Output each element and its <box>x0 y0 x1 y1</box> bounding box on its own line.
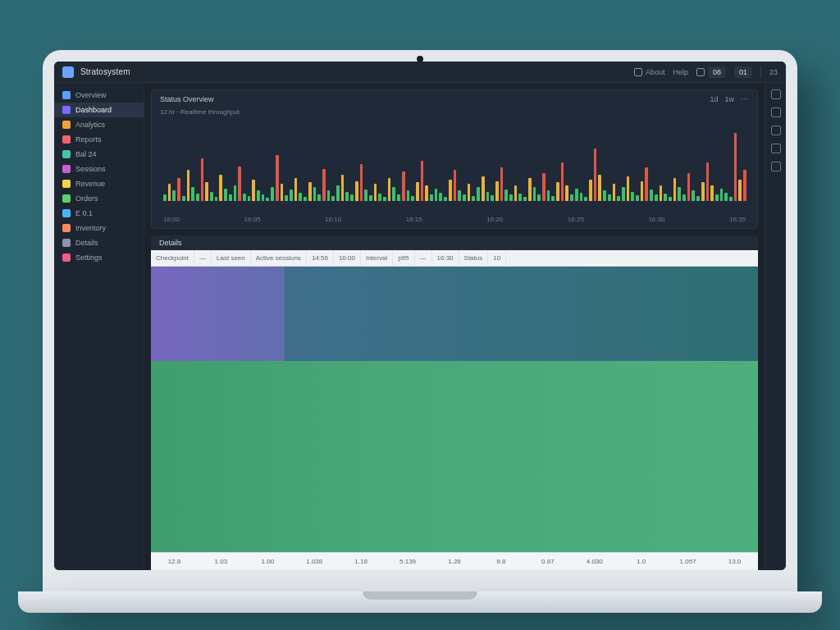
chart-x-axis: 16:0016:0516:1016:1516:2016:2516:3016:35 <box>152 216 757 228</box>
sidebar-item-icon <box>62 180 71 188</box>
laptop-base <box>18 591 822 613</box>
table-footer-cell: 5.139 <box>385 553 431 570</box>
chart-bar <box>547 190 550 201</box>
chart-bar <box>720 189 724 201</box>
rail-tool-4-icon[interactable] <box>771 144 781 153</box>
chart-bar <box>729 197 733 201</box>
titlebar: Stratosystem About Help 08 01 23 <box>54 62 786 83</box>
table-footer-cell: 1.0 <box>618 553 664 570</box>
chart-bar <box>715 194 719 201</box>
sidebar-item-orders[interactable]: Orders <box>54 191 144 206</box>
table-col-header[interactable]: 16:00 <box>334 250 361 266</box>
table-col-header[interactable]: Active sessions <box>251 250 307 266</box>
chart-bar <box>196 194 199 201</box>
chart-range-1w[interactable]: 1w <box>724 95 734 103</box>
rail-tool-3-icon[interactable] <box>771 126 781 135</box>
sidebar-item-label: Analytics <box>75 121 105 129</box>
chart-bar <box>172 190 176 201</box>
chart-bar <box>243 194 246 201</box>
chart-bar <box>327 190 331 201</box>
sidebar-item-icon <box>62 239 71 247</box>
table-col-header[interactable]: Checkpoint <box>151 250 194 266</box>
app-logo-icon <box>62 66 74 78</box>
table-col-header[interactable]: 10 <box>488 250 506 266</box>
rail-tool-5-icon[interactable] <box>771 162 781 171</box>
phone-icon <box>634 68 642 76</box>
chart-bar <box>687 173 691 201</box>
table-col-header[interactable]: — <box>194 250 212 266</box>
chart-bar <box>168 184 171 201</box>
table-col-header[interactable]: 14:58 <box>307 250 334 266</box>
chart-bar <box>514 185 518 201</box>
sidebar-item-settings[interactable]: Settings <box>54 250 144 265</box>
chart-bar <box>308 182 312 201</box>
sidebar-item-label: Bal 24 <box>75 150 97 158</box>
header-link-about[interactable]: About <box>634 68 665 76</box>
chart-bar <box>495 181 499 201</box>
chart-bar <box>486 192 490 201</box>
chart-bar <box>622 187 625 201</box>
chart-bar <box>734 133 737 201</box>
chart-bar <box>463 194 466 201</box>
chart-bar <box>294 178 298 201</box>
sidebar-item-icon <box>62 224 71 232</box>
table-col-header[interactable]: 16:30 <box>432 250 459 266</box>
chart-bar <box>575 189 578 201</box>
sidebar-item-label: Settings <box>75 253 103 262</box>
chart-bar <box>271 187 274 201</box>
x-tick: 16:20 <box>486 216 503 223</box>
sidebar-item-reports[interactable]: Reports <box>54 132 144 147</box>
chart-bar <box>187 170 190 201</box>
sidebar-item-label: Overview <box>75 91 107 99</box>
rail-tool-2-icon[interactable] <box>771 107 781 117</box>
sidebar-item-icon <box>62 106 71 114</box>
table-footer: 12.81.031.001.0381.185.1391.289.80.874.0… <box>151 552 758 570</box>
sidebar: OverviewDashboardAnalyticsReportsBal 24S… <box>54 83 144 570</box>
table-footer-cell: 0.87 <box>524 553 571 570</box>
chart-bar <box>692 190 695 201</box>
header-badge-1[interactable]: 08 <box>696 66 726 78</box>
table-col-header[interactable]: Last seen <box>212 250 251 266</box>
sidebar-item-analytics[interactable]: Analytics <box>54 117 144 132</box>
chart-bar <box>556 182 559 201</box>
chart-bar <box>313 187 317 201</box>
chart-bar <box>416 182 419 201</box>
table-body[interactable] <box>151 267 758 552</box>
chart-bar <box>533 187 536 201</box>
chart-bar <box>655 194 658 201</box>
header-link-help[interactable]: Help <box>673 68 688 76</box>
header-badge-2[interactable]: 01 <box>734 66 752 78</box>
chart-range-1d[interactable]: 1d <box>710 95 718 103</box>
chart-bar <box>645 167 648 201</box>
table-col-header[interactable]: p95 <box>393 250 414 266</box>
table-footer-cell: 1.03 <box>198 553 244 570</box>
table-col-header[interactable]: Interval <box>361 250 393 266</box>
chart-bar <box>518 194 522 201</box>
table-footer-cell: 1.28 <box>431 553 478 570</box>
rail-tool-1-icon[interactable] <box>771 89 781 99</box>
table-col-header[interactable]: — <box>415 250 432 266</box>
sidebar-item-label: Revenue <box>75 180 105 188</box>
sidebar-item-details[interactable]: Details <box>54 235 144 250</box>
sidebar-item-dashboard[interactable]: Dashboard <box>54 103 144 117</box>
chart-menu-icon[interactable]: ⋯ <box>741 95 749 103</box>
chart-bar <box>229 194 232 201</box>
sidebar-item-revenue[interactable]: Revenue <box>54 176 144 191</box>
sidebar-item-bal-24[interactable]: Bal 24 <box>54 147 144 162</box>
sidebar-item-e-0.1[interactable]: E 0.1 <box>54 206 144 221</box>
x-tick: 16:10 <box>325 216 341 223</box>
sidebar-item-inventory[interactable]: Inventory <box>54 221 144 235</box>
chart-bar <box>224 189 227 201</box>
laptop-frame: Stratosystem About Help 08 01 23 Overvie… <box>43 50 797 591</box>
chart-area[interactable] <box>152 119 757 216</box>
sidebar-item-overview[interactable]: Overview <box>54 88 144 103</box>
chart-bar <box>331 196 335 201</box>
chart-bar <box>191 187 194 201</box>
table-col-header[interactable]: Status <box>459 250 489 266</box>
chart-bar <box>458 190 461 201</box>
chart-bar <box>631 192 634 201</box>
table-row <box>151 267 285 361</box>
chart-bar <box>435 189 438 201</box>
sidebar-item-sessions[interactable]: Sessions <box>54 162 144 176</box>
chart-bar <box>660 185 663 201</box>
